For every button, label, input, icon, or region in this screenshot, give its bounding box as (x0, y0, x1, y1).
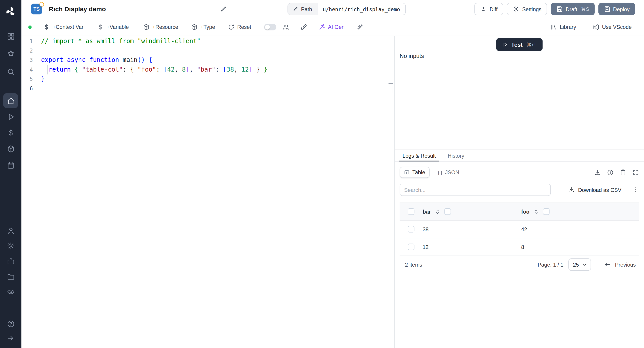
ai-gen-button[interactable]: AI Gen (319, 24, 345, 30)
sidebar-item-briefcase[interactable] (3, 254, 18, 268)
sparkles-icon[interactable] (356, 24, 363, 30)
sidebar-item-collapse[interactable] (3, 331, 18, 346)
draft-button[interactable]: Draft ⌘S (551, 3, 594, 15)
edit-summary-icon[interactable] (220, 6, 226, 12)
deploy-label: Deploy (613, 6, 630, 12)
dollar-icon (97, 24, 104, 30)
tab-history[interactable]: History (444, 150, 468, 161)
table-header: barfoo (400, 203, 639, 221)
row-checkbox[interactable] (408, 244, 414, 250)
code-line-6[interactable]: 6 (22, 84, 394, 93)
result-table: barfoo 3842128 2 items Page: 1 / 1 25 Pr… (400, 203, 639, 273)
line-number: 4 (22, 65, 41, 74)
line-number: 3 (22, 56, 41, 65)
select-all-checkbox[interactable] (408, 208, 414, 215)
code-text: return { "table-col": { "foo": [42, 8], … (41, 65, 268, 74)
code-line-3[interactable]: 3export async function main() { (22, 56, 394, 65)
column-checkbox[interactable] (444, 208, 451, 215)
code-line-5[interactable]: 5} (22, 74, 394, 84)
use-vscode-button[interactable]: Use VScode (592, 24, 632, 30)
users-icon[interactable] (282, 24, 289, 30)
previous-label: Previous (615, 262, 636, 268)
sidebar-item-calendar[interactable] (3, 158, 18, 172)
test-button[interactable]: Test ⌘↵ (496, 38, 543, 51)
app-sidebar (0, 0, 22, 348)
diff-button[interactable]: Diff (474, 3, 503, 15)
sidebar-item-dollar[interactable] (3, 125, 18, 140)
format-brush-icon[interactable] (300, 24, 306, 30)
reset-button[interactable]: Reset (228, 24, 251, 30)
results-tabs: Logs & Result History (395, 150, 644, 162)
column-label: foo (521, 208, 530, 215)
code-line-2[interactable]: 2 (22, 46, 394, 56)
column-label: bar (422, 208, 431, 215)
table-row[interactable]: 128 (400, 238, 639, 256)
refresh-icon (228, 24, 234, 30)
expand-result-icon[interactable] (632, 169, 639, 176)
ai-gen-label: AI Gen (328, 24, 344, 30)
language-badge-indicator (39, 2, 44, 6)
package-icon (143, 24, 149, 30)
sidebar-item-apps[interactable] (3, 29, 18, 44)
add-context-var-label: +Context Var (52, 24, 84, 30)
add-resource-label: +Resource (152, 24, 178, 30)
tab-logs-result[interactable]: Logs & Result (399, 150, 439, 161)
add-resource-button[interactable]: +Resource (143, 24, 178, 30)
column-header-foo[interactable]: foo (521, 208, 639, 215)
sidebar-item-eye[interactable] (3, 284, 18, 299)
toolbar-right: Library Use VScode (550, 24, 644, 30)
right-panel: Test ⌘↵ No inputs Logs & Result History … (395, 36, 644, 348)
deploy-button[interactable]: Deploy (598, 3, 635, 15)
kebab-menu-icon[interactable] (632, 186, 639, 193)
windmill-logo-icon[interactable] (3, 4, 18, 19)
sidebar-item-package[interactable] (3, 141, 18, 156)
draft-shortcut: ⌘S (581, 6, 589, 12)
table-row[interactable]: 3842 (400, 220, 639, 238)
add-context-var-button[interactable]: +Context Var (43, 24, 84, 30)
arrow-left-icon (604, 261, 611, 268)
add-variable-button[interactable]: +Variable (97, 24, 129, 30)
code-editor[interactable]: 1// import * as wmill from "windmill-cli… (22, 36, 394, 348)
test-shortcut: ⌘↵ (526, 42, 537, 48)
page-size-select[interactable]: 25 (568, 258, 591, 270)
code-line-4[interactable]: 4 return { "table-col": { "foo": [42, 8]… (22, 65, 394, 74)
collab-toggle[interactable] (264, 24, 276, 30)
sidebar-item-search[interactable] (3, 64, 18, 79)
sidebar-item-gear[interactable] (3, 238, 18, 253)
info-icon[interactable] (607, 169, 614, 176)
path-value[interactable]: u/henri/rich_display_demo (317, 3, 405, 15)
add-type-button[interactable]: +Type (191, 24, 215, 30)
overview-ruler-cursor (389, 83, 393, 84)
sidebar-item-help[interactable] (3, 316, 18, 331)
code-text: export async function main() { (41, 56, 152, 65)
search-input[interactable] (400, 184, 551, 196)
view-json-button[interactable]: {} JSON (434, 169, 462, 176)
row-checkbox[interactable] (408, 226, 414, 232)
library-button[interactable]: Library (550, 24, 576, 30)
path-control[interactable]: Path u/henri/rich_display_demo (288, 3, 406, 15)
code-line-1[interactable]: 1// import * as wmill from "windmill-cli… (22, 36, 394, 46)
results-panel: Logs & Result History Table {} JSON (395, 150, 644, 348)
download-csv-button[interactable]: Download as CSV (565, 186, 624, 194)
download-result-icon[interactable] (594, 169, 601, 176)
sort-icon[interactable] (435, 209, 440, 214)
table-footer: 2 items Page: 1 / 1 25 Previous (400, 256, 639, 273)
sidebar-item-folder[interactable] (3, 269, 18, 284)
path-edit-button[interactable]: Path (288, 3, 318, 15)
column-checkbox[interactable] (543, 208, 550, 215)
library-icon (550, 24, 557, 30)
table-cell: 12 (422, 244, 521, 250)
sidebar-item-star[interactable] (3, 46, 18, 61)
view-table-button[interactable]: Table (400, 167, 430, 178)
play-icon (502, 42, 508, 47)
sort-icon[interactable] (534, 209, 539, 214)
view-json-label: JSON (445, 169, 459, 176)
chevron-down-icon (582, 262, 588, 267)
sidebar-item-play[interactable] (3, 109, 18, 124)
sidebar-item-home[interactable] (3, 93, 18, 108)
sidebar-item-user[interactable] (3, 223, 18, 238)
copy-result-icon[interactable] (620, 169, 626, 176)
column-header-bar[interactable]: bar (422, 208, 521, 215)
settings-button[interactable]: Settings (507, 3, 547, 15)
previous-page-button[interactable]: Previous (602, 261, 638, 268)
